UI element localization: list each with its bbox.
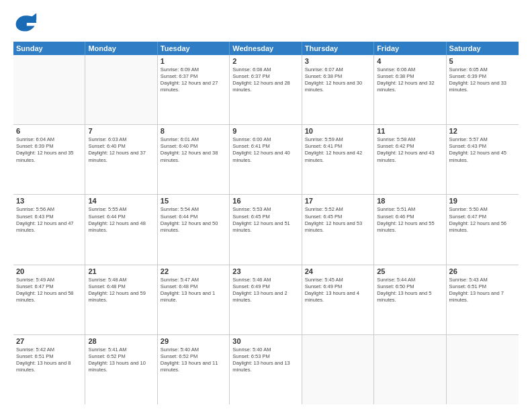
calendar-cell: 20Sunrise: 5:49 AM Sunset: 6:47 PM Dayli… xyxy=(13,265,85,334)
calendar-cell: 30Sunrise: 5:40 AM Sunset: 6:53 PM Dayli… xyxy=(230,335,302,404)
day-number: 15 xyxy=(161,197,226,205)
calendar-cell: 19Sunrise: 5:50 AM Sunset: 6:47 PM Dayli… xyxy=(447,195,519,264)
weekday-header-monday: Monday xyxy=(85,42,157,55)
cell-info: Sunrise: 5:43 AM Sunset: 6:51 PM Dayligh… xyxy=(449,277,516,304)
calendar-cell xyxy=(374,335,446,404)
weekday-header-wednesday: Wednesday xyxy=(230,42,302,55)
day-number: 1 xyxy=(161,57,226,65)
calendar-cell: 16Sunrise: 5:53 AM Sunset: 6:45 PM Dayli… xyxy=(230,195,302,264)
calendar-cell: 21Sunrise: 5:48 AM Sunset: 6:48 PM Dayli… xyxy=(85,265,157,334)
calendar-cell: 6Sunrise: 6:04 AM Sunset: 6:39 PM Daylig… xyxy=(13,125,85,194)
cell-info: Sunrise: 5:41 AM Sunset: 6:52 PM Dayligh… xyxy=(88,347,154,374)
cell-info: Sunrise: 6:00 AM Sunset: 6:41 PM Dayligh… xyxy=(232,136,298,164)
weekday-header-saturday: Saturday xyxy=(447,42,519,55)
day-number: 13 xyxy=(16,197,82,205)
cell-info: Sunrise: 5:53 AM Sunset: 6:45 PM Dayligh… xyxy=(232,206,298,234)
calendar: SundayMondayTuesdayWednesdayThursdayFrid… xyxy=(13,42,519,404)
day-number: 28 xyxy=(88,337,154,345)
calendar-cell: 17Sunrise: 5:52 AM Sunset: 6:45 PM Dayli… xyxy=(302,195,374,264)
calendar-cell: 1Sunrise: 6:09 AM Sunset: 6:37 PM Daylig… xyxy=(158,55,230,124)
day-number: 9 xyxy=(232,127,298,135)
cell-info: Sunrise: 5:40 AM Sunset: 6:53 PM Dayligh… xyxy=(232,347,298,374)
cell-info: Sunrise: 6:08 AM Sunset: 6:37 PM Dayligh… xyxy=(232,66,298,94)
calendar-cell xyxy=(447,335,519,404)
cell-info: Sunrise: 6:09 AM Sunset: 6:37 PM Dayligh… xyxy=(161,66,226,94)
day-number: 4 xyxy=(377,57,443,65)
calendar-cell xyxy=(13,55,85,124)
calendar-cell: 4Sunrise: 6:06 AM Sunset: 6:38 PM Daylig… xyxy=(374,55,446,124)
day-number: 3 xyxy=(305,57,371,65)
day-number: 29 xyxy=(161,337,226,345)
calendar-cell xyxy=(85,55,157,124)
day-number: 25 xyxy=(377,267,443,275)
day-number: 11 xyxy=(377,127,443,135)
day-number: 20 xyxy=(16,267,82,275)
day-number: 22 xyxy=(161,267,226,275)
cell-info: Sunrise: 5:44 AM Sunset: 6:50 PM Dayligh… xyxy=(377,277,443,304)
day-number: 17 xyxy=(305,197,371,205)
cell-info: Sunrise: 6:04 AM Sunset: 6:39 PM Dayligh… xyxy=(16,136,82,164)
calendar-cell: 10Sunrise: 5:59 AM Sunset: 6:41 PM Dayli… xyxy=(302,125,374,194)
calendar-cell: 3Sunrise: 6:07 AM Sunset: 6:38 PM Daylig… xyxy=(302,55,374,124)
cell-info: Sunrise: 6:01 AM Sunset: 6:40 PM Dayligh… xyxy=(161,136,226,164)
calendar-row-1: 1Sunrise: 6:09 AM Sunset: 6:37 PM Daylig… xyxy=(13,55,519,125)
cell-info: Sunrise: 5:57 AM Sunset: 6:43 PM Dayligh… xyxy=(449,136,516,164)
cell-info: Sunrise: 5:51 AM Sunset: 6:46 PM Dayligh… xyxy=(377,206,443,234)
day-number: 27 xyxy=(16,337,82,345)
day-number: 26 xyxy=(449,267,516,275)
calendar-cell: 7Sunrise: 6:03 AM Sunset: 6:40 PM Daylig… xyxy=(85,125,157,194)
calendar-cell: 26Sunrise: 5:43 AM Sunset: 6:51 PM Dayli… xyxy=(447,265,519,334)
calendar-cell: 12Sunrise: 5:57 AM Sunset: 6:43 PM Dayli… xyxy=(447,125,519,194)
cell-info: Sunrise: 5:49 AM Sunset: 6:47 PM Dayligh… xyxy=(16,277,82,304)
day-number: 18 xyxy=(377,197,443,205)
weekday-header-tuesday: Tuesday xyxy=(158,42,230,55)
calendar-cell: 18Sunrise: 5:51 AM Sunset: 6:46 PM Dayli… xyxy=(374,195,446,264)
cell-info: Sunrise: 6:06 AM Sunset: 6:38 PM Dayligh… xyxy=(377,66,443,94)
cell-info: Sunrise: 5:56 AM Sunset: 6:43 PM Dayligh… xyxy=(16,206,82,234)
calendar-cell: 13Sunrise: 5:56 AM Sunset: 6:43 PM Dayli… xyxy=(13,195,85,264)
cell-info: Sunrise: 5:40 AM Sunset: 6:52 PM Dayligh… xyxy=(161,347,226,374)
calendar-cell: 8Sunrise: 6:01 AM Sunset: 6:40 PM Daylig… xyxy=(158,125,230,194)
weekday-header-sunday: Sunday xyxy=(13,42,85,55)
calendar-cell: 22Sunrise: 5:47 AM Sunset: 6:48 PM Dayli… xyxy=(158,265,230,334)
calendar-row-2: 6Sunrise: 6:04 AM Sunset: 6:39 PM Daylig… xyxy=(13,125,519,195)
cell-info: Sunrise: 5:54 AM Sunset: 6:44 PM Dayligh… xyxy=(161,206,226,234)
calendar-header: SundayMondayTuesdayWednesdayThursdayFrid… xyxy=(13,42,519,55)
weekday-header-thursday: Thursday xyxy=(302,42,374,55)
cell-info: Sunrise: 5:42 AM Sunset: 6:51 PM Dayligh… xyxy=(16,347,82,374)
cell-info: Sunrise: 5:55 AM Sunset: 6:44 PM Dayligh… xyxy=(88,206,154,234)
calendar-cell: 2Sunrise: 6:08 AM Sunset: 6:37 PM Daylig… xyxy=(230,55,302,124)
day-number: 7 xyxy=(88,127,154,135)
calendar-row-4: 20Sunrise: 5:49 AM Sunset: 6:47 PM Dayli… xyxy=(13,265,519,335)
calendar-cell: 5Sunrise: 6:05 AM Sunset: 6:39 PM Daylig… xyxy=(447,55,519,124)
day-number: 19 xyxy=(449,197,516,205)
calendar-cell: 14Sunrise: 5:55 AM Sunset: 6:44 PM Dayli… xyxy=(85,195,157,264)
page-header xyxy=(13,11,519,35)
calendar-cell: 15Sunrise: 5:54 AM Sunset: 6:44 PM Dayli… xyxy=(158,195,230,264)
day-number: 24 xyxy=(305,267,371,275)
calendar-cell: 25Sunrise: 5:44 AM Sunset: 6:50 PM Dayli… xyxy=(374,265,446,334)
cell-info: Sunrise: 5:59 AM Sunset: 6:41 PM Dayligh… xyxy=(305,136,371,164)
day-number: 8 xyxy=(161,127,226,135)
cell-info: Sunrise: 6:03 AM Sunset: 6:40 PM Dayligh… xyxy=(88,136,154,164)
day-number: 30 xyxy=(232,337,298,345)
cell-info: Sunrise: 6:07 AM Sunset: 6:38 PM Dayligh… xyxy=(305,66,371,94)
day-number: 2 xyxy=(232,57,298,65)
calendar-cell xyxy=(302,335,374,404)
calendar-cell: 23Sunrise: 5:46 AM Sunset: 6:49 PM Dayli… xyxy=(230,265,302,334)
cell-info: Sunrise: 5:52 AM Sunset: 6:45 PM Dayligh… xyxy=(305,206,371,234)
logo xyxy=(13,11,40,35)
day-number: 10 xyxy=(305,127,371,135)
day-number: 12 xyxy=(449,127,516,135)
calendar-cell: 27Sunrise: 5:42 AM Sunset: 6:51 PM Dayli… xyxy=(13,335,85,404)
calendar-cell: 29Sunrise: 5:40 AM Sunset: 6:52 PM Dayli… xyxy=(158,335,230,404)
cell-info: Sunrise: 5:50 AM Sunset: 6:47 PM Dayligh… xyxy=(449,206,516,234)
cell-info: Sunrise: 6:05 AM Sunset: 6:39 PM Dayligh… xyxy=(449,66,516,94)
logo-icon xyxy=(13,11,38,35)
calendar-body: 1Sunrise: 6:09 AM Sunset: 6:37 PM Daylig… xyxy=(13,55,519,404)
cell-info: Sunrise: 5:47 AM Sunset: 6:48 PM Dayligh… xyxy=(161,277,226,304)
day-number: 16 xyxy=(232,197,298,205)
calendar-cell: 9Sunrise: 6:00 AM Sunset: 6:41 PM Daylig… xyxy=(230,125,302,194)
day-number: 21 xyxy=(88,267,154,275)
calendar-cell: 11Sunrise: 5:58 AM Sunset: 6:42 PM Dayli… xyxy=(374,125,446,194)
